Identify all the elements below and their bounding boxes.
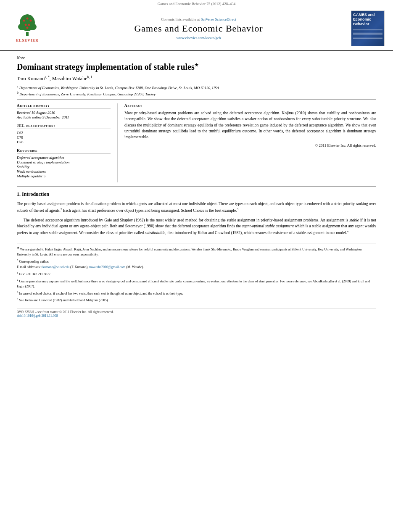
affiliations: a Department of Economics, Washington Un… <box>17 84 376 96</box>
doi-line: doi:10.1016/j.geb.2011.11.008 <box>17 314 376 318</box>
sciverse-link[interactable]: SciVerse ScienceDirect <box>201 17 236 21</box>
abstract-panel: Abstract Most priority-based assignment … <box>118 103 376 182</box>
article-info-abstract: Article history: Received 10 August 2010… <box>17 100 376 182</box>
footnote-2: 2 Coarse priorities may capture real lif… <box>17 278 376 289</box>
jel-d78: D78 <box>17 140 111 144</box>
article-history-section: Article history: Received 10 August 2010… <box>17 103 111 119</box>
header-main: ELSEVIER Contents lists available at Sci… <box>0 7 393 49</box>
sciverse-line: Contents lists available at SciVerse Sci… <box>46 17 351 21</box>
cover-decoration <box>353 29 382 40</box>
title-star: ★ <box>195 63 198 67</box>
elsevier-logo: ELSEVIER <box>8 14 46 42</box>
keyword-2: Dominant strategy implementation <box>17 160 111 164</box>
footnote-star: ★ We are grateful to Haluk Ergin, Atsush… <box>17 246 376 257</box>
footnotes-section: ★ We are grateful to Haluk Ergin, Atsush… <box>17 243 376 303</box>
journal-url: www.elsevier.com/locate/geb <box>46 36 351 40</box>
journal-main-title: Games and Economic Behavior <box>46 23 351 34</box>
keywords-title: Keywords: <box>17 148 111 154</box>
jel-title: JEL classification: <box>17 124 111 129</box>
article-info-panel: Article history: Received 10 August 2010… <box>17 103 118 182</box>
cover-title: GAMES and Economic Behavior <box>353 13 382 26</box>
journal-cover-image: GAMES and Economic Behavior <box>351 11 385 46</box>
jel-section: JEL classification: C62 C78 D78 <box>17 124 111 144</box>
journal-header: Games and Economic Behavior 75 (2012) 42… <box>0 0 393 51</box>
journal-title-center: Contents lists available at SciVerse Sci… <box>46 17 351 40</box>
svg-point-8 <box>28 24 30 26</box>
introduction-heading: 1. Introduction <box>17 191 376 198</box>
article-type-label: Note <box>17 55 376 60</box>
footnote-4: 4 See Kelso and Crawford (1982) and Hatf… <box>17 297 376 303</box>
article-title: Dominant strategy implementation of stab… <box>17 62 376 72</box>
intro-paragraph-2: The deferred acceptance algorithm introd… <box>17 217 376 236</box>
intro-paragraph-1: The priority-based assignment problem is… <box>17 201 376 214</box>
affiliation-b: b Department of Economics, Zirve Univers… <box>17 91 376 96</box>
journal-top-bar: Games and Economic Behavior 75 (2012) 42… <box>0 0 393 7</box>
abstract-text: Most priority-based assignment problems … <box>124 110 376 140</box>
article-history-title: Article history: <box>17 103 111 109</box>
footnote-corresponding: * Corresponding author. <box>17 258 376 264</box>
authors-line: Taro Kumanoa, *, Masahiro Watabeb, 1 <box>17 75 376 82</box>
elsevier-tree-icon <box>15 14 40 37</box>
footnote-3: 3 In case of school choice, if a school … <box>17 290 376 296</box>
author2-name: , Masahiro Watabe <box>50 76 87 82</box>
keywords-section: Keywords: Deferred acceptance algorithm … <box>17 148 111 178</box>
section-divider <box>17 187 376 187</box>
content-area: Note Dominant strategy implementation of… <box>0 51 393 322</box>
elsevier-label: ELSEVIER <box>16 38 39 42</box>
author2-sup: b, 1 <box>87 75 92 79</box>
page: Games and Economic Behavior 75 (2012) 42… <box>0 0 393 532</box>
issn-line: 0899-8256/$ – see front matter © 2011 El… <box>17 310 376 314</box>
svg-point-6 <box>30 20 32 22</box>
footnote-email: E-mail addresses: tkumano@wustl.edu (T. … <box>17 265 376 270</box>
jel-c78: C78 <box>17 135 111 140</box>
journal-citation: Games and Economic Behavior 75 (2012) 42… <box>158 2 235 6</box>
abstract-copyright: © 2011 Elsevier Inc. All rights reserved… <box>124 143 376 147</box>
svg-point-5 <box>26 18 29 20</box>
abstract-title: Abstract <box>124 103 376 108</box>
bottom-bar: 0899-8256/$ – see front matter © 2011 El… <box>17 308 376 318</box>
footnote-1: 1 Fax: +90 342 211 6677. <box>17 271 376 277</box>
affiliation-a: a Department of Economics, Washington Un… <box>17 84 376 90</box>
keyword-5: Multiple equilibria <box>17 174 111 178</box>
available-date: Available online 9 December 2011 <box>17 115 111 119</box>
keyword-1: Deferred acceptance algorithm <box>17 155 111 160</box>
svg-rect-0 <box>26 32 29 36</box>
received-date: Received 10 August 2010 <box>17 111 111 115</box>
keyword-4: Weak nonbossiness <box>17 169 111 174</box>
keyword-3: Stability <box>17 165 111 169</box>
svg-point-9 <box>26 27 29 29</box>
author1-name: Taro Kumano <box>17 76 45 82</box>
svg-point-4 <box>23 20 25 22</box>
jel-c62: C62 <box>17 131 111 135</box>
svg-point-7 <box>25 24 27 26</box>
author1-sup: a, * <box>45 75 50 79</box>
